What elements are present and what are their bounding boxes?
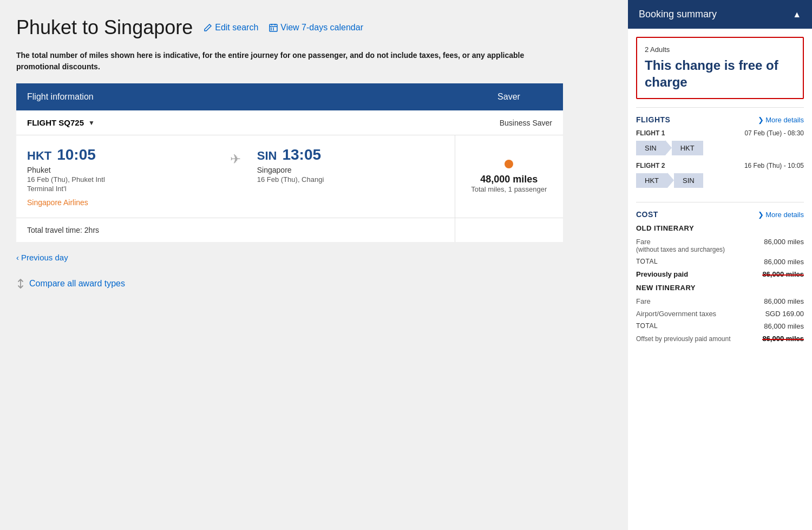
- old-itinerary-label: OLD ITINERARY: [636, 224, 804, 232]
- arrival-info: SIN 13:05 Singapore 16 Feb (Thu), Changi: [257, 146, 444, 185]
- page-title: Phuket to Singapore: [16, 16, 193, 39]
- flight2-date: 16 Feb (Thu) - 10:05: [744, 162, 804, 169]
- chevron-right-icon: ❯: [758, 116, 764, 124]
- chevron-down-icon: ▼: [88, 119, 95, 127]
- free-charge-box: 2 Adults This change is free of charge: [636, 37, 804, 99]
- departure-date: 16 Feb (Thu), Phuket Intl: [27, 175, 214, 184]
- miles-cell: 48,000 miles Total miles, 1 passenger: [455, 135, 563, 218]
- col-saver: Saver: [455, 83, 563, 110]
- fare-label: Fare: [636, 238, 725, 246]
- departure-terminal: Terminal Int'l: [27, 185, 214, 193]
- compare-link[interactable]: Compare all award types: [16, 278, 612, 289]
- disclaimer-text: The total number of miles shown here is …: [16, 50, 552, 73]
- total-value: 86,000 miles: [764, 258, 804, 266]
- svg-rect-4: [271, 28, 272, 29]
- calendar-link[interactable]: View 7-days calendar: [269, 23, 363, 32]
- previous-day-link[interactable]: ‹ Previous day: [16, 253, 612, 262]
- col-flight-info: Flight information: [16, 83, 455, 110]
- arrival-date: 16 Feb (Thu), Changi: [257, 175, 444, 184]
- offset-value: 86,000 miles: [762, 335, 804, 343]
- flight1-route: SIN HKT: [636, 140, 804, 155]
- table-row: Total travel time: 2hrs: [16, 218, 563, 243]
- booking-summary-header: Booking summary ▲: [628, 0, 812, 29]
- chevron-right-icon: ❯: [758, 211, 764, 219]
- plane-icon: ✈: [230, 152, 241, 167]
- miles-label: Total miles, 1 passenger: [466, 185, 553, 193]
- edit-icon: [204, 23, 212, 32]
- sidebar: Booking summary ▲ 2 Adults This change i…: [628, 0, 812, 530]
- previously-paid-value: 86,000 miles: [762, 270, 804, 278]
- flights-section-title: FLIGHTS: [636, 115, 670, 124]
- arrival-city: Singapore: [257, 166, 444, 174]
- arrival-code: SIN: [257, 149, 277, 163]
- flight-number[interactable]: FLIGHT SQ725 ▼: [27, 118, 444, 127]
- previously-paid-row: Previously paid 86,000 miles: [636, 270, 804, 278]
- flight1-to: HKT: [672, 141, 703, 155]
- departure-info: HKT 10:05 Phuket 16 Feb (Thu), Phuket In…: [27, 146, 214, 207]
- chevron-left-icon: ‹: [16, 253, 19, 262]
- cost-row-total: TOTAL 86,000 miles: [636, 258, 804, 266]
- new-total-value: 86,000 miles: [764, 322, 804, 330]
- flight1-label: FLIGHT 1: [636, 129, 665, 137]
- bottom-links: ‹ Previous day Compare all award types: [16, 253, 612, 289]
- table-row: HKT 10:05 Phuket 16 Feb (Thu), Phuket In…: [16, 135, 563, 218]
- new-fare-value: 86,000 miles: [764, 297, 804, 305]
- airport-tax-label: Airport/Government taxes: [636, 310, 765, 318]
- miles-dot-icon: [505, 160, 513, 168]
- cost-row-new-fare: Fare 86,000 miles: [636, 297, 804, 305]
- flight2-label: FLIGHT 2: [636, 162, 665, 169]
- flight1-date: 07 Feb (Tue) - 08:30: [744, 129, 804, 137]
- flights-section: FLIGHTS ❯ More details FLIGHT 1 07 Feb (…: [628, 108, 812, 202]
- plane-icon-container: ✈: [214, 146, 257, 167]
- page-header: Phuket to Singapore Edit search View 7-d…: [16, 16, 612, 39]
- departure-city: Phuket: [27, 166, 214, 174]
- cost-section: COST ❯ More details OLD ITINERARY Fare (…: [628, 202, 812, 352]
- arrival-time: 13:05: [282, 146, 321, 163]
- new-total-label: TOTAL: [636, 322, 658, 330]
- booking-summary-title: Booking summary: [639, 9, 717, 20]
- airport-tax-value: SGD 169.00: [765, 310, 804, 318]
- departure-time: 10:05: [57, 146, 96, 163]
- cost-row-fare: Fare (without taxes and surcharges) 86,0…: [636, 238, 804, 253]
- flight-entry-1: FLIGHT 1 07 Feb (Tue) - 08:30 SIN HKT: [636, 129, 804, 155]
- miles-amount: 48,000 miles: [466, 174, 553, 185]
- table-row: FLIGHT SQ725 ▼ Business Saver: [16, 110, 563, 135]
- fare-sublabel: (without taxes and surcharges): [636, 246, 725, 253]
- calendar-icon: [269, 23, 278, 32]
- route-arrow-icon: [665, 140, 672, 155]
- sort-icon: [16, 278, 25, 289]
- new-itinerary-label: NEW ITINERARY: [636, 284, 804, 292]
- departure-code: HKT: [27, 149, 51, 163]
- flight1-from: SIN: [636, 141, 665, 155]
- edit-search-link[interactable]: Edit search: [204, 23, 258, 32]
- svg-rect-6: [271, 29, 272, 30]
- svg-rect-5: [273, 28, 274, 29]
- airline-link[interactable]: Singapore Airlines: [27, 198, 214, 207]
- previously-paid-label: Previously paid: [636, 270, 688, 278]
- flight2-to: SIN: [674, 173, 703, 188]
- new-fare-label: Fare: [636, 297, 764, 305]
- route-arrow-icon: [667, 173, 674, 188]
- flight-table: Flight information Saver FLIGHT SQ725 ▼ …: [16, 83, 563, 242]
- adults-label: 2 Adults: [645, 45, 795, 54]
- fare-value: 86,000 miles: [764, 238, 804, 246]
- svg-rect-7: [273, 29, 274, 30]
- flight-entry-2: FLIGHT 2 16 Feb (Thu) - 10:05 HKT SIN: [636, 162, 804, 188]
- offset-row: Offset by previously paid amount 86,000 …: [636, 335, 804, 343]
- flight2-route: HKT SIN: [636, 173, 804, 188]
- free-charge-text: This change is free of charge: [645, 57, 795, 90]
- flights-more-details-link[interactable]: ❯ More details: [758, 116, 804, 124]
- total-label: TOTAL: [636, 258, 658, 266]
- travel-time: Total travel time: 2hrs: [27, 226, 99, 234]
- cost-more-details-link[interactable]: ❯ More details: [758, 211, 804, 219]
- collapse-icon[interactable]: ▲: [793, 10, 801, 19]
- cost-section-title: COST: [636, 210, 658, 219]
- flight2-from: HKT: [636, 173, 667, 188]
- cost-row-airport-tax: Airport/Government taxes SGD 169.00: [636, 310, 804, 318]
- offset-label: Offset by previously paid amount: [636, 335, 762, 343]
- fare-type: Business Saver: [455, 110, 563, 135]
- cost-row-new-total: TOTAL 86,000 miles: [636, 322, 804, 330]
